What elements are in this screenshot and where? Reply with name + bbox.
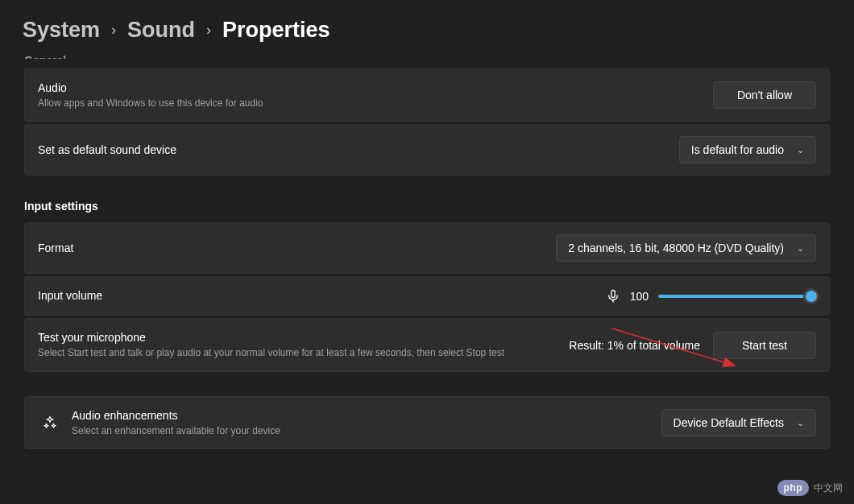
chevron-down-icon: ⌄ xyxy=(797,243,804,254)
chevron-down-icon: ⌄ xyxy=(797,145,804,155)
section-general-label: General xyxy=(24,54,830,59)
chevron-right-icon: › xyxy=(111,22,116,39)
format-value: 2 channels, 16 bit, 48000 Hz (DVD Qualit… xyxy=(568,242,784,254)
enhancements-subtitle: Select an enhancement available for your… xyxy=(72,425,280,438)
input-volume-title: Input volume xyxy=(38,288,102,304)
mic-test-title: Test your microphone xyxy=(38,330,504,345)
audio-subtitle: Allow apps and Windows to use this devic… xyxy=(38,97,263,110)
default-device-dropdown[interactable]: Is default for audio ⌄ xyxy=(679,136,816,163)
mic-test-result: Result: 1% of total volume xyxy=(569,339,700,352)
section-input-label: Input settings xyxy=(24,200,830,213)
default-device-title: Set as default sound device xyxy=(38,143,176,158)
default-device-value: Is default for audio xyxy=(691,143,784,156)
watermark: php 中文网 xyxy=(777,480,844,496)
breadcrumb: System › Sound › Properties xyxy=(0,0,854,52)
watermark-logo: php xyxy=(777,480,810,496)
slider-thumb[interactable] xyxy=(803,288,819,304)
enhancements-title: Audio enhancements xyxy=(72,408,280,423)
audio-enhancements-row: Audio enhancements Select an enhancement… xyxy=(24,396,830,449)
volume-value: 100 xyxy=(630,290,649,303)
default-device-row: Set as default sound device Is default f… xyxy=(24,124,830,176)
enhancements-icon xyxy=(38,415,62,430)
dont-allow-button[interactable]: Don't allow xyxy=(713,81,816,109)
breadcrumb-sound[interactable]: Sound xyxy=(127,18,195,43)
audio-permission-row: Audio Allow apps and Windows to use this… xyxy=(24,68,830,122)
audio-title: Audio xyxy=(38,81,263,96)
format-row: Format 2 channels, 16 bit, 48000 Hz (DVD… xyxy=(24,222,830,274)
mic-test-subtitle: Select Start test and talk or play audio… xyxy=(38,347,504,360)
start-test-button[interactable]: Start test xyxy=(713,332,816,359)
format-dropdown[interactable]: 2 channels, 16 bit, 48000 Hz (DVD Qualit… xyxy=(556,234,816,262)
enhancements-value: Device Default Effects xyxy=(674,416,784,429)
mic-test-row: Test your microphone Select Start test a… xyxy=(24,318,830,371)
breadcrumb-properties: Properties xyxy=(222,18,330,43)
enhancements-dropdown[interactable]: Device Default Effects ⌄ xyxy=(661,409,816,436)
volume-slider[interactable] xyxy=(658,295,816,298)
svg-rect-0 xyxy=(611,290,615,297)
watermark-text: 中文网 xyxy=(814,481,843,495)
input-volume-row: Input volume 100 xyxy=(24,276,830,316)
format-title: Format xyxy=(38,241,73,256)
breadcrumb-system[interactable]: System xyxy=(23,18,100,43)
chevron-down-icon: ⌄ xyxy=(797,418,804,428)
microphone-icon xyxy=(606,289,620,304)
chevron-right-icon: › xyxy=(206,22,211,39)
